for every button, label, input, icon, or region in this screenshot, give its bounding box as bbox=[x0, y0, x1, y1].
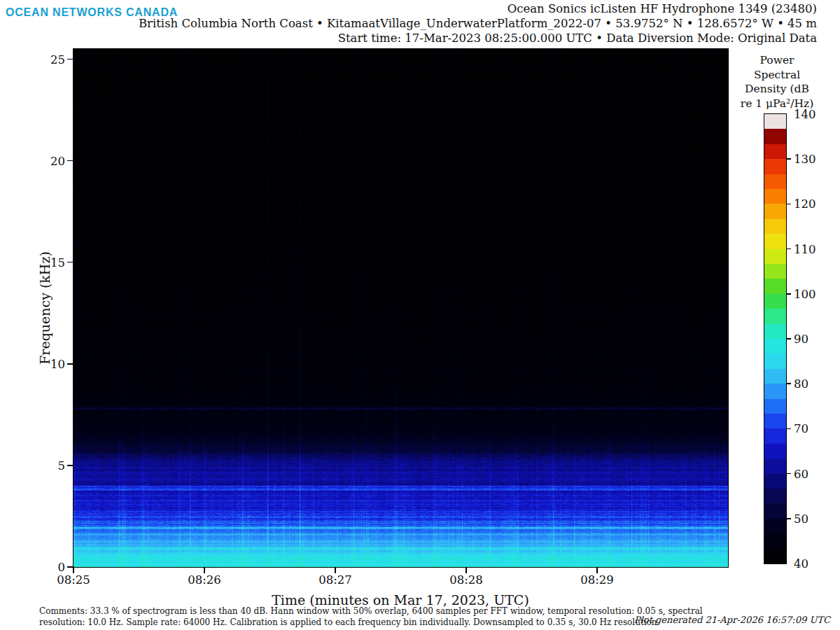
y-tick-mark bbox=[67, 160, 73, 162]
colorbar-tick-label: 70 bbox=[794, 422, 808, 435]
colorbar-canvas bbox=[764, 114, 786, 564]
page: OCEAN NETWORKS CANADA Ocean Sonics icLis… bbox=[0, 0, 840, 630]
x-tick-label: 08:25 bbox=[57, 573, 90, 587]
x-tick-label: 08:27 bbox=[318, 573, 352, 587]
y-tick-mark bbox=[67, 566, 73, 568]
x-tick-mark bbox=[73, 568, 74, 573]
colorbar-tick-label: 130 bbox=[794, 153, 816, 166]
y-tick-mark bbox=[67, 363, 73, 365]
colorbar-tick-mark bbox=[786, 383, 791, 384]
spectrogram-canvas bbox=[74, 49, 728, 567]
colorbar-tick-mark bbox=[786, 204, 791, 205]
comments-line-2: resolution: 10.0 Hz. Sample rate: 64000 … bbox=[39, 617, 703, 629]
x-tick-label: 08:26 bbox=[188, 573, 221, 587]
y-axis-label: Frequency (kHz) bbox=[37, 251, 52, 365]
x-tick-label: 08:28 bbox=[449, 573, 483, 587]
colorbar-tick-mark bbox=[786, 518, 791, 519]
spectrogram-plot-area bbox=[73, 48, 729, 568]
colorbar-tick-mark bbox=[786, 473, 791, 475]
colorbar-title-line: Density (dB bbox=[728, 82, 826, 97]
colorbar bbox=[764, 113, 787, 564]
colorbar-tick-label: 90 bbox=[794, 332, 808, 346]
x-tick-mark bbox=[465, 568, 467, 573]
comments-text: Comments: 33.3 % of spectrogram is less … bbox=[39, 606, 703, 628]
colorbar-tick-label: 80 bbox=[794, 377, 808, 391]
y-tick-mark bbox=[67, 465, 73, 466]
colorbar-tick-mark bbox=[786, 158, 791, 160]
y-tick-label: 20 bbox=[50, 154, 65, 167]
y-tick-mark bbox=[67, 59, 73, 60]
colorbar-tick-label: 50 bbox=[794, 512, 808, 525]
colorbar-title-line: Power bbox=[728, 53, 826, 68]
colorbar-tick-label: 110 bbox=[794, 242, 816, 255]
y-tick-label: 25 bbox=[50, 52, 65, 66]
colorbar-tick-mark bbox=[786, 248, 791, 250]
title-line-start-time: Start time: 17-Mar-2023 08:25:00.000 UTC… bbox=[139, 31, 817, 46]
colorbar-title-line: re 1 μPa²/Hz) bbox=[728, 97, 826, 111]
colorbar-tick-mark bbox=[786, 293, 791, 295]
title-line-instrument: Ocean Sonics icListen HF Hydrophone 1349… bbox=[139, 1, 817, 16]
colorbar-tick-mark bbox=[786, 428, 791, 430]
y-tick-label: 10 bbox=[50, 357, 65, 370]
y-tick-mark bbox=[67, 262, 73, 263]
y-tick-label: 0 bbox=[58, 561, 66, 574]
y-tick-label: 5 bbox=[58, 458, 66, 472]
plot-generated-timestamp: Plot generated 21-Apr-2026 16:57:09 UTC bbox=[634, 615, 830, 625]
x-axis-label: Time (minutes on Mar 17, 2023, UTC) bbox=[272, 592, 529, 608]
colorbar-tick-label: 100 bbox=[794, 287, 816, 300]
x-tick-mark bbox=[596, 568, 598, 573]
x-tick-mark bbox=[204, 568, 205, 573]
colorbar-title-line: Spectral bbox=[728, 68, 826, 83]
x-tick-mark bbox=[335, 568, 336, 573]
plot-title-block: Ocean Sonics icListen HF Hydrophone 1349… bbox=[139, 1, 817, 46]
y-tick-label: 15 bbox=[50, 255, 65, 269]
title-line-location: British Columbia North Coast • KitamaatV… bbox=[139, 16, 817, 31]
colorbar-tick-label: 120 bbox=[794, 197, 816, 211]
x-tick-label: 08:29 bbox=[580, 573, 614, 587]
colorbar-tick-label: 40 bbox=[794, 557, 808, 570]
colorbar-tick-mark bbox=[786, 338, 791, 340]
colorbar-tick-label: 60 bbox=[794, 467, 808, 480]
comments-line-1: Comments: 33.3 % of spectrogram is less … bbox=[39, 606, 703, 617]
colorbar-title: Power Spectral Density (dB re 1 μPa²/Hz) bbox=[728, 53, 826, 111]
